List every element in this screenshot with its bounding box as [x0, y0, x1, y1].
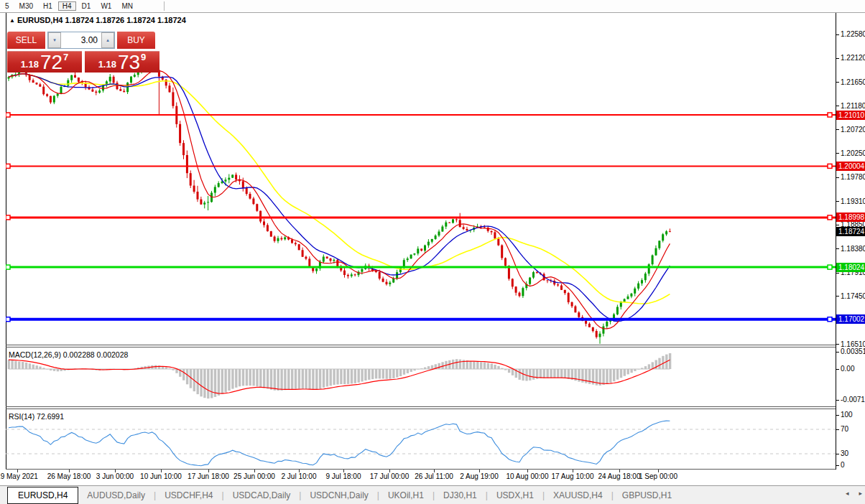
time-axis-label: 3 Jun 00:00 [96, 472, 134, 480]
volume-input[interactable]: 3.00 [61, 32, 101, 48]
rsi-pane[interactable] [6, 409, 836, 469]
price-axis-tick [836, 82, 839, 83]
price-axis-label: 1.20250 [841, 149, 865, 157]
chart-tab-usdx[interactable]: USDX,H1 [488, 487, 542, 503]
ask-price-small: 1.18 [98, 59, 116, 72]
macd-axis-tick [836, 400, 839, 401]
price-axis-tick [836, 58, 839, 59]
tab-scroll-left-icon[interactable]: ◂ [846, 490, 849, 497]
chart-tab-bar: EURUSD,H4AUDUSD,Daily|USDCHF,H4|USDCAD,D… [0, 485, 865, 504]
rsi-axis-tick [836, 415, 839, 416]
price-axis-tick [836, 129, 839, 130]
time-axis-label: 10 Aug 00:00 [506, 472, 549, 480]
tab-scroll-right-icon[interactable]: ▸ [859, 490, 862, 497]
chart-tab-usdchf[interactable]: USDCHF,H4 [156, 487, 221, 503]
current-price-badge: 1.18724 [836, 227, 865, 236]
timeframe-button-w1[interactable]: W1 [96, 1, 116, 11]
time-axis-label: 17 Jun 18:00 [188, 472, 229, 480]
price-axis-label: 1.21650 [841, 78, 865, 86]
price-axis-label: 1.20720 [841, 126, 865, 134]
macd-axis-tick [836, 369, 839, 370]
ask-price-big: 73 [118, 53, 140, 72]
toolbar-separator [164, 1, 165, 11]
buy-button[interactable]: BUY [117, 32, 155, 49]
rsi-axis-label: 70 [841, 425, 848, 433]
chart-tab-dj30[interactable]: DJ30,H1 [435, 487, 486, 503]
macd-axis-tick [836, 352, 839, 353]
bid-price-big: 72 [40, 53, 63, 72]
timeframe-button-m30[interactable]: M30 [15, 1, 37, 11]
chart-tab-gbpusd[interactable]: GBPUSD,H1 [614, 487, 680, 503]
macd-pane[interactable] [6, 347, 836, 406]
macd-label: MACD(12,26,9) 0.002288 0.002028 [9, 350, 128, 359]
rsi-axis-label: 100 [841, 411, 853, 419]
pane-separator [6, 347, 836, 347]
bid-price-small: 1.18 [21, 59, 39, 72]
rsi-axis-tick [836, 429, 839, 430]
time-axis-label: 26 May 18:00 [47, 472, 91, 480]
price-axis-tick [836, 34, 839, 35]
pane-separator [6, 469, 836, 470]
time-axis-label: 9 Jul 18:00 [326, 472, 361, 480]
time-axis-label: 24 Aug 18:00 [598, 472, 641, 480]
bid-price-sup: 7 [63, 52, 68, 72]
time-axis-label: 17 Aug 10:00 [552, 472, 594, 480]
rsi-label: RSI(14) 72.6991 [9, 412, 64, 421]
price-axis-label: 1.18380 [841, 245, 865, 253]
time-axis-label: 10 Jun 10:00 [140, 472, 182, 480]
timeframe-button-mn[interactable]: MN [117, 1, 137, 11]
timeframe-button-h1[interactable]: H1 [39, 1, 57, 11]
price-line-badge: 1.18998 [836, 213, 865, 222]
price-line-badge: 1.20004 [836, 162, 865, 171]
price-axis-tick [836, 177, 839, 178]
bid-price-display[interactable]: 1.18 72 7 [7, 51, 82, 73]
ask-price-display[interactable]: 1.18 73 9 [85, 51, 159, 73]
time-axis-label: 19 May 2021 [0, 472, 38, 480]
price-line-badge: 1.21010 [836, 111, 865, 120]
time-axis-label: 2 Jul 10:00 [282, 472, 317, 480]
time-axis-label: 1 Sep 00:00 [639, 472, 677, 480]
price-axis-label: 1.22580 [841, 30, 865, 38]
price-axis-tick [836, 106, 839, 106]
price-axis-tick [836, 296, 839, 297]
time-axis-label: 25 Jun 00:00 [233, 472, 275, 480]
macd-axis-label: -0.00717 [841, 396, 865, 403]
tab-scroll-arrows: ◂ ▸ [846, 490, 862, 497]
volume-spinner: ▾ 3.00 ▴ [47, 32, 115, 49]
price-line-badge: 1.18024 [836, 263, 865, 272]
price-line-badge: 1.17002 [836, 314, 865, 324]
price-axis-tick [836, 225, 839, 225]
timeframe-toolbar: 5M30H1H4D1W1MN [0, 0, 865, 13]
one-click-trading-panel: SELL ▾ 3.00 ▴ BUY 1.18 72 7 1.18 73 9 [7, 32, 159, 73]
price-axis-label: 1.19310 [841, 197, 865, 205]
chart-tab-eurusd[interactable]: EURUSD,H4 [7, 487, 78, 504]
price-axis-label: 1.17450 [841, 292, 865, 300]
chart-tab-usdcnh[interactable]: USDCNH,Daily [301, 487, 376, 503]
volume-decrease-button[interactable]: ▾ [48, 32, 61, 48]
chart-tab-usdcad[interactable]: USDCAD,Daily [224, 487, 300, 503]
volume-increase-button[interactable]: ▴ [101, 32, 114, 48]
rsi-axis-label: 30 [841, 449, 848, 457]
time-axis-label: 17 Jul 00:00 [370, 472, 410, 480]
price-axis-tick [836, 248, 839, 249]
time-axis-label: 26 Jul 11:00 [415, 472, 453, 480]
rsi-axis-tick [836, 454, 839, 454]
sell-button[interactable]: SELL [7, 32, 45, 49]
rsi-axis-tick [836, 465, 839, 466]
rsi-axis-label: 0 [841, 461, 845, 469]
macd-axis-label: 0.003515 [841, 347, 865, 355]
chart-tab-ukoil[interactable]: UKOil,H1 [379, 487, 432, 503]
price-axis-tick [836, 201, 839, 202]
chart-tab-xauusd[interactable]: XAUUSD,H4 [545, 487, 611, 503]
price-axis-tick [836, 344, 839, 345]
pane-separator[interactable] [6, 345, 836, 345]
pane-separator[interactable] [6, 406, 836, 407]
price-axis-tick [836, 153, 839, 154]
timeframe-button-d1[interactable]: D1 [78, 1, 96, 11]
macd-axis-label: 0.00 [841, 365, 854, 373]
timeframe-button-h4[interactable]: H4 [58, 1, 76, 11]
timeframe-button-5[interactable]: 5 [1, 1, 14, 11]
chart-tab-audusd[interactable]: AUDUSD,Daily [78, 487, 154, 503]
price-axis-label: 1.19780 [841, 173, 865, 181]
pane-separator [6, 409, 836, 409]
